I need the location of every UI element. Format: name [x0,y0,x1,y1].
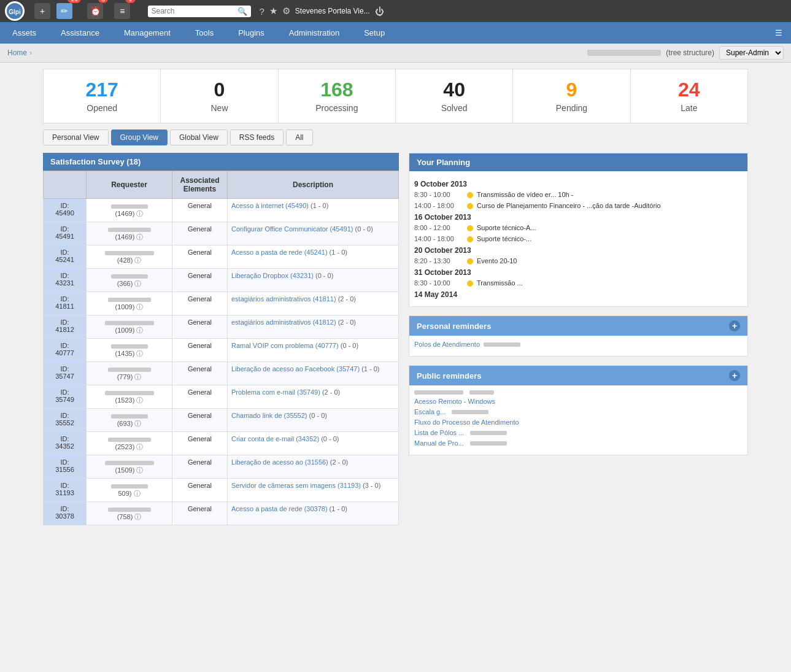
tab-button[interactable]: Personal View [43,129,109,145]
associated-cell: General [172,502,228,525]
public-reminder-item: Lista de Pólos ... [414,429,743,436]
hamburger-icon[interactable]: ☰ [766,22,791,44]
public-reminder-link[interactable]: Lista de Pólos ... [414,429,464,436]
ticket-link[interactable]: Acesso a pasta de rede (45241) [231,249,328,256]
nav-management[interactable]: Management [112,22,183,44]
stat-number: 217 [50,79,154,101]
ticket-link[interactable]: Chamado link de (35552) [231,412,307,419]
public-reminder-link[interactable]: Acesso Remoto - Windows [414,398,495,405]
search-input[interactable] [152,7,237,15]
associated-cell: General [172,409,228,432]
add-icon[interactable]: + [34,3,50,19]
pencil-icon[interactable]: ✏ [56,3,72,19]
breadcrumb-home[interactable]: Home [7,48,27,57]
tab-button[interactable]: RSS feeds [230,129,284,145]
public-reminder-item: Manual de Pro... [414,439,743,447]
public-reminder-item: Acesso Remoto - Windows [414,398,743,405]
nav-tools[interactable]: Tools [183,22,226,44]
stat-cell[interactable]: 217 Opened [44,69,161,123]
description-cell: Acesso a pasta de rede (30378) (1 - 0) [228,502,399,525]
requester-cell: (779) ⓘ [87,362,172,385]
planning-date: 31 October 2013 [414,268,743,277]
profile-select[interactable]: Super-Admin [719,46,784,60]
stat-cell[interactable]: 9 Pending [513,69,630,123]
public-reminder-link[interactable]: Fluxo do Processo de Atendimento [414,419,519,426]
tab-button[interactable]: All [286,129,312,145]
public-reminder-link[interactable]: Manual de Pro... [414,439,464,447]
pencil-button-group[interactable]: ✏ 11 [56,3,81,19]
tree-structure-label: (tree structure) [666,48,714,57]
ticket-link[interactable]: Criar conta de e-mail (34352) [231,435,319,442]
requester-cell: (1009) ⓘ [87,315,172,339]
ticket-link[interactable]: Acesso à internet (45490) [231,202,309,209]
ticket-extra: (1 - 0) [309,202,328,209]
requester-cell: (1523) ⓘ [87,385,172,409]
table-row: ID: 45490 (1469) ⓘGeneralAcesso à intern… [44,199,399,222]
power-icon[interactable]: ⏻ [375,6,384,17]
add-public-reminder-button[interactable]: + [729,370,740,381]
clock-button-group[interactable]: ⏰ 5 [87,3,108,19]
public-reminders-header: Public reminders + [409,366,747,385]
ticket-link[interactable]: Liberação de acesso ao Facebook (35747) [231,365,360,373]
associated-cell: General [172,385,228,409]
stat-cell[interactable]: 0 New [161,69,278,123]
clock-icon[interactable]: ⏰ [87,3,103,19]
ticket-link[interactable]: Configurar Office Communicator (45491) [231,225,353,233]
tabs-bar: Personal ViewGroup ViewGlobal ViewRSS fe… [43,129,748,145]
ticket-link[interactable]: estagiários administrativos (41812) [231,319,336,326]
ticket-link[interactable]: Liberação de acesso ao (31556) [231,458,328,466]
ticket-link[interactable]: estagiários administrativos (41811) [231,295,336,303]
description-cell: Liberação de acesso ao Facebook (35747) … [228,362,399,385]
ticket-link[interactable]: Problema com e-mail (35749) [231,388,320,396]
personal-reminder-link[interactable]: Polos de Atendimento [414,341,480,348]
stat-cell[interactable]: 168 Processing [279,69,396,123]
planning-time: 14:00 - 18:00 [414,235,463,242]
planning-body[interactable]: 9 October 20138:30 - 10:00 Transmissão d… [409,171,747,306]
nav-assets[interactable]: Assets [0,22,48,44]
requester-cell: (758) ⓘ [87,502,172,525]
personal-reminders-body: Polos de Atendimento [409,336,747,356]
survey-panel: Satisfaction Survey (18) RequesterAssoci… [43,153,399,525]
user-name[interactable]: Stevenes Portela Vie... [295,7,370,15]
help-icon[interactable]: ? [260,6,264,17]
planning-time: 8:30 - 10:00 [414,191,463,198]
list-icon[interactable]: ≡ [114,3,130,19]
ticket-extra: (0 - 0) [353,225,373,233]
stat-number: 40 [402,79,506,101]
ticket-id: ID: 45241 [44,245,87,269]
associated-cell: General [172,362,228,385]
requester-cell: (1435) ⓘ [87,339,172,362]
gear-icon[interactable]: ⚙ [282,6,290,17]
survey-col-header [44,171,87,199]
ticket-link[interactable]: Acesso a pasta de rede (30378) [231,505,328,512]
description-cell: Chamado link de (35552) (0 - 0) [228,409,399,432]
ticket-link[interactable]: Servidor de câmeras sem imagens (31193) [231,482,361,489]
description-cell: Criar conta de e-mail (34352) (0 - 0) [228,432,399,455]
table-row: ID: 45241 (428) ⓘGeneralAcesso a pasta d… [44,245,399,269]
tab-button[interactable]: Global View [170,129,228,145]
nav-assistance[interactable]: Assistance [48,22,112,44]
survey-col-header: Description [228,171,399,199]
nav-plugins[interactable]: Plugins [226,22,277,44]
ticket-id: ID: 31193 [44,479,87,502]
add-button-group[interactable]: + [34,3,50,19]
search-icon[interactable]: 🔍 [237,7,247,16]
breadcrumb-separator: › [29,48,32,57]
tab-button[interactable]: Group View [111,129,168,145]
stat-cell[interactable]: 24 Late [631,69,747,123]
nav-setup[interactable]: Setup [352,22,397,44]
table-row: ID: 35552 (693) ⓘGeneralChamado link de … [44,409,399,432]
planning-dot [467,192,473,198]
planning-item: 8:30 - 10:00 Transmissão de vídeo er... … [414,191,743,198]
add-personal-reminder-button[interactable]: + [729,320,740,331]
public-reminder-link[interactable]: Escala g... [414,408,446,415]
ticket-link[interactable]: Ramal VOIP com problema (40777) [231,342,339,349]
star-icon[interactable]: ★ [269,6,277,17]
ticket-extra: (1 - 0) [360,365,379,373]
ticket-link[interactable]: Liberação Dropbox (43231) [231,272,314,279]
logo[interactable]: Glpi [5,1,25,21]
nav-administration[interactable]: Administration [277,22,352,44]
stat-cell[interactable]: 40 Solved [396,69,513,123]
list-button-group[interactable]: ≡ 1 [114,3,135,19]
public-reminder-item: Escala g... [414,408,743,415]
